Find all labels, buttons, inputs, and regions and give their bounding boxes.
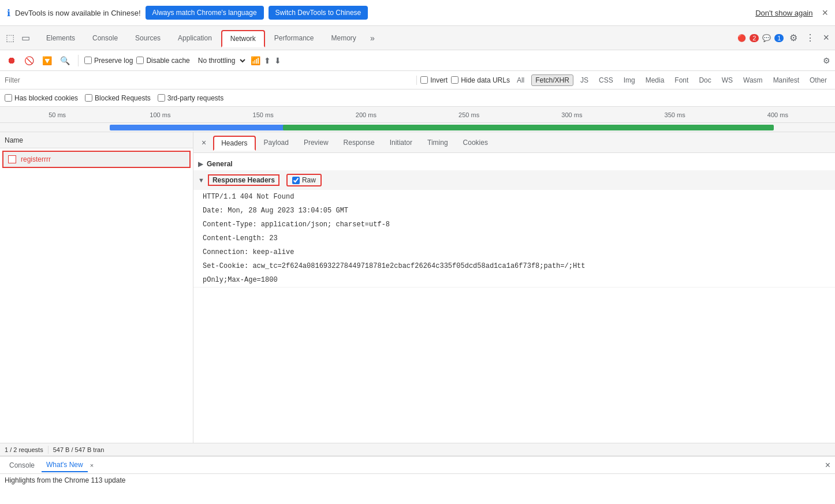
hide-data-urls-text: Hide data URLs: [461, 76, 510, 84]
header-line-6: pOnly;Max-Age=1800: [193, 273, 835, 287]
download-icon[interactable]: ⬇: [274, 56, 281, 65]
inspect-icon-button[interactable]: ⬚: [3, 30, 17, 46]
filter-ws[interactable]: WS: [718, 75, 736, 85]
device-toggle-button[interactable]: ▭: [19, 30, 32, 46]
tab-console[interactable]: Console: [84, 31, 126, 46]
network-settings-button[interactable]: ⚙: [823, 56, 830, 65]
filter-img[interactable]: Img: [620, 75, 639, 85]
tab-memory[interactable]: Memory: [323, 31, 364, 46]
panel-tab-timing[interactable]: Timing: [420, 136, 455, 149]
blocked-requests-label[interactable]: Blocked Requests: [85, 94, 151, 102]
devtools-icon-group: ⬚ ▭: [3, 30, 32, 46]
whats-new-close[interactable]: ×: [90, 462, 94, 469]
transfer-size: 547 B / 547 B tran: [53, 446, 105, 453]
response-headers-section: ▼ Response Headers Raw HTTP/1.1 404 Not …: [193, 170, 835, 288]
filter-separator: [416, 76, 417, 85]
filter-bar: Invert Hide data URLs All Fetch/XHR JS C…: [0, 71, 835, 89]
clear-button[interactable]: 🚫: [22, 54, 36, 68]
invert-checkbox[interactable]: [420, 76, 428, 84]
has-blocked-label[interactable]: Has blocked cookies: [5, 94, 78, 102]
bottom-tabs: Console What's New × ×: [0, 457, 835, 474]
response-headers-content: HTTP/1.1 404 Not Found Date: Mon, 28 Aug…: [193, 190, 835, 287]
filter-all[interactable]: All: [513, 75, 528, 85]
filter-media[interactable]: Media: [642, 75, 668, 85]
preserve-log-checkbox[interactable]: [84, 57, 92, 64]
message-badge: 1: [774, 34, 784, 42]
filter-doc[interactable]: Doc: [695, 75, 714, 85]
switch-devtools-button[interactable]: Switch DevTools to Chinese: [269, 6, 368, 20]
filter-js[interactable]: JS: [577, 75, 592, 85]
timeline-300ms: 300 ms: [520, 111, 623, 118]
header-line-0: HTTP/1.1 404 Not Found: [193, 190, 835, 204]
panel-tab-initiator[interactable]: Initiator: [383, 136, 419, 149]
third-party-label[interactable]: 3rd-party requests: [158, 94, 223, 102]
record-button[interactable]: ⏺: [5, 53, 18, 68]
request-row[interactable]: registerrrr: [2, 151, 191, 168]
tab-sources[interactable]: Sources: [127, 31, 169, 46]
tab-elements[interactable]: Elements: [38, 31, 83, 46]
filter-input[interactable]: [5, 76, 413, 84]
filter-font[interactable]: Font: [671, 75, 692, 85]
upload-icon[interactable]: ⬆: [264, 56, 271, 65]
invert-text: Invert: [430, 76, 448, 84]
timeline-200ms: 200 ms: [315, 111, 417, 118]
header-line-2: Content-Type: application/json; charset=…: [193, 218, 835, 232]
timeline-50ms: 50 ms: [6, 111, 109, 118]
always-match-button[interactable]: Always match Chrome's language: [146, 6, 264, 20]
raw-checkbox[interactable]: [292, 177, 300, 184]
has-blocked-checkbox[interactable]: [5, 94, 12, 102]
tab-application[interactable]: Application: [170, 31, 220, 46]
bottom-panel-close-button[interactable]: ×: [825, 460, 830, 471]
bottom-tab-console[interactable]: Console: [5, 459, 39, 472]
cookies-bar: Has blocked cookies Blocked Requests 3rd…: [0, 89, 835, 107]
response-headers-arrow[interactable]: ▼: [198, 177, 204, 184]
filter-css[interactable]: CSS: [595, 75, 617, 85]
main-area: Name registerrrr × Headers Payload Previ…: [0, 132, 835, 443]
timeline-labels: 50 ms 100 ms 150 ms 200 ms 250 ms 300 ms…: [0, 111, 835, 118]
devtools-more-button[interactable]: ⋮: [803, 30, 817, 46]
third-party-checkbox[interactable]: [158, 94, 165, 102]
panel-tab-response[interactable]: Response: [337, 136, 382, 149]
header-line-4: Connection: keep-alive: [193, 245, 835, 259]
raw-label: Raw: [302, 176, 316, 184]
filter-icon-button[interactable]: 🔽: [40, 54, 54, 68]
panel-tab-headers[interactable]: Headers: [213, 136, 255, 151]
bottom-content: Highlights from the Chrome 113 update: [0, 474, 835, 487]
bottom-tab-whats-new[interactable]: What's New: [42, 458, 88, 472]
panel-tab-cookies[interactable]: Cookies: [456, 136, 495, 149]
search-button[interactable]: 🔍: [58, 54, 72, 68]
general-section-header[interactable]: ▶ General: [193, 158, 835, 170]
timeline-green-bar: [283, 125, 774, 130]
tab-network[interactable]: Network: [221, 30, 265, 47]
filter-wasm[interactable]: Wasm: [740, 75, 766, 85]
timeline-350ms: 350 ms: [624, 111, 726, 118]
hide-data-urls-label[interactable]: Hide data URLs: [451, 76, 510, 84]
disable-cache-label[interactable]: Disable cache: [136, 57, 189, 65]
hide-data-urls-checkbox[interactable]: [451, 76, 458, 84]
panel-tab-preview[interactable]: Preview: [297, 136, 336, 149]
blocked-requests-checkbox[interactable]: [85, 94, 92, 102]
disable-cache-checkbox[interactable]: [136, 57, 144, 64]
error-icon: 🔴: [737, 34, 746, 42]
status-bar-divider: [48, 446, 49, 454]
request-checkbox[interactable]: [8, 155, 16, 163]
preserve-log-label[interactable]: Preserve log: [84, 57, 133, 65]
bottom-content-text: Highlights from the Chrome 113 update: [5, 476, 125, 484]
invert-label[interactable]: Invert: [420, 76, 448, 84]
tab-performance[interactable]: Performance: [266, 31, 322, 46]
panel-tab-payload[interactable]: Payload: [257, 136, 296, 149]
filter-fetch-xhr[interactable]: Fetch/XHR: [531, 74, 573, 86]
devtools-close-button[interactable]: ×: [821, 29, 832, 46]
panel-close-button[interactable]: ×: [198, 137, 210, 148]
preserve-log-text: Preserve log: [94, 57, 133, 65]
requests-count: 1 / 2 requests: [5, 446, 43, 453]
filter-manifest[interactable]: Manifest: [770, 75, 803, 85]
dont-show-link[interactable]: Don't show again: [755, 9, 812, 17]
tab-more-button[interactable]: »: [366, 31, 379, 45]
throttle-select[interactable]: No throttling: [193, 55, 247, 66]
devtools-settings-button[interactable]: ⚙: [787, 30, 800, 46]
infobar-close-button[interactable]: ×: [822, 7, 828, 19]
filter-other[interactable]: Other: [806, 75, 830, 85]
wifi-icon[interactable]: 📶: [251, 56, 260, 65]
timeline-400ms: 400 ms: [726, 111, 829, 118]
